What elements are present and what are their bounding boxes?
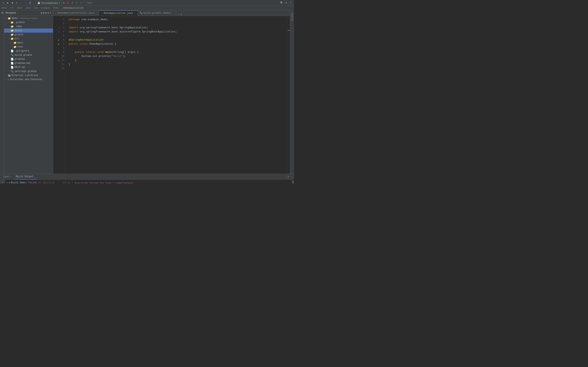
editor-area: ☕ DemoApplicationTests.java ✕ ☕ DemoAppl… [53,10,290,174]
breadcrumb-item-class[interactable]: ☕DemoApplication [62,7,84,9]
extlibs-icon: 📚 [8,74,11,77]
panel-gear-icon[interactable]: ⚙ [48,11,49,15]
tab-close-gradle[interactable]: ✕ [173,12,174,14]
build-tab-sync[interactable]: Sync ✕ [2,174,13,179]
build-output-scrollbar[interactable] [292,180,294,184]
tree-item-gradle-dir[interactable]: › 📁 gradle [4,33,53,37]
build-settings-icon[interactable]: ⚙ [287,175,290,178]
profile-icon[interactable]: 👤 [29,1,32,4]
code-line-10: System.out.println("Hello"); [69,54,284,58]
bookmark-icon-11[interactable]: ◈ [58,59,60,62]
folder-icon-test: 📁 [13,45,17,49]
tab-gradle[interactable]: 🔧 build.gradle (demo) ✕ [138,10,176,16]
run-icon-6[interactable]: ▶ [58,39,60,41]
search-icon[interactable]: 🔍 [280,1,283,4]
tree-item-helpmd[interactable]: › 📄 HELP.md [4,65,53,69]
run-config-button[interactable]: ☕ DemoApplication ▾ [36,1,62,5]
nav-back-icon[interactable]: ◧ [6,1,9,4]
build-demo-label: Build demo: [11,181,27,184]
tree-arrow-dotidea: › [8,25,11,27]
gradle-tab[interactable]: Gradle [291,11,294,22]
tab-main[interactable]: ☕ DemoApplication.java ✕ [99,10,138,16]
tree-item-test[interactable]: › 📁 test [4,45,53,49]
tree-label-scratches: Scratches and Consoles [10,78,42,81]
help-icon[interactable]: ? [289,1,292,4]
tree-arrow-src: ▾ [8,38,11,40]
coverage-button[interactable]: ☑ [71,1,74,4]
stop-button[interactable]: ◼ [80,1,83,4]
tree-arrow-main: › [11,42,13,44]
code-content[interactable]: package com.example.demo; import org.spr… [65,16,287,174]
tree-item-buildgradle[interactable]: › 🔧 build.gradle [4,53,53,57]
breadcrumb-item-main[interactable]: main [17,7,22,9]
tree-item-dotidea[interactable]: › 📁 .idea [4,25,53,29]
gutter-line-5: 5 [53,34,65,38]
tab-icon-tests: ☕ [55,12,56,14]
tab-icon-gradle: 🔧 [140,12,142,14]
build-rerun-icon[interactable]: ↺ [1,180,4,184]
breadcrumb-sep-2: › [15,7,16,9]
output-error-task: Execution failed for task ':compileJava'… [75,182,135,184]
tab-label-tests: DemoApplicationTests.java [58,12,94,15]
breadcrumb-sep-7: › [60,7,61,9]
tree-item-scratches[interactable]: › ✏️ Scratches and Consoles [4,77,53,82]
tree-item-extlibs[interactable]: › 📚 External Libraries [4,73,53,77]
tree-item-demo[interactable]: ▾ 📁 demo ~/Desktop/demo [4,16,53,20]
tab-tests[interactable]: ☕ DemoApplicationTests.java ✕ [53,10,99,16]
build-tab-output-close[interactable]: ✕ [34,175,35,178]
panel-header-icons: ◎ ⊟ ⇅ ⚙ ✕ [41,11,51,15]
tree-item-main[interactable]: › 📁 main [4,41,53,45]
tree-arrow-gradle-dir: › [8,34,11,36]
nav-forward-icon[interactable]: ◨ [11,1,14,4]
tab-close-main[interactable]: ✕ [134,12,135,15]
back-icon[interactable]: ← [20,1,23,4]
debug-button[interactable]: 🐞 [66,1,69,4]
run-icon-7[interactable]: ▶ [58,43,60,45]
tree-item-dotgradle[interactable]: › 📁 .gradle [4,20,53,25]
tree-item-gitignore[interactable]: › 📄 .gitignore [4,49,53,53]
structure-tab-icon[interactable]: 🏗 [0,11,4,15]
panel-close-icon[interactable]: ✕ [50,11,51,15]
panel-collapse-icon[interactable]: ⊟ [43,11,44,15]
tree-item-build[interactable]: › 📁 build [4,29,53,33]
project-tree: ▾ 📁 demo ~/Desktop/demo › 📁 .gradle › 📁 … [4,16,53,174]
more-run-icon[interactable]: ▾ [75,1,78,4]
breadcrumb-item-src[interactable]: src [10,7,14,9]
run-config-name: DemoApplication [41,2,58,4]
breadcrumb-item-demo[interactable]: demo [2,7,7,9]
breadcrumb-item-example[interactable]: example [41,7,50,9]
tree-item-gradlewbat[interactable]: › 📄 gradlew.bat [4,61,53,65]
breadcrumb-item-java[interactable]: java [25,7,31,9]
breadcrumb-item-com[interactable]: com [34,7,38,9]
code-line-2 [69,22,284,26]
forward-icon[interactable]: → [24,1,27,4]
menu-icon[interactable]: ≡ [2,1,5,4]
breadcrumb-sep-5: › [39,7,40,9]
settings-icon[interactable]: ⚙ [285,1,288,4]
build-tree-item-demo[interactable]: ▾ ● Build demo: failed At 2021/8/10 575 … [5,180,72,184]
tab-close-tests[interactable]: ✕ [95,12,97,14]
breadcrumb-item-demo2[interactable]: demo [53,7,59,9]
right-scrollbar[interactable] [287,16,290,174]
tree-arrow-dotgradle: › [8,21,11,24]
panel-locate-icon[interactable]: ◎ [41,11,42,15]
refresh-icon[interactable]: ↺ [15,1,18,4]
tree-item-src[interactable]: ▾ 📁 src [4,37,53,41]
tree-item-settingsgradle[interactable]: › 🔧 settings.gradle [4,69,53,73]
fold-icon-3[interactable]: ⊟ [58,27,60,29]
code-line-3: import org.springframework.boot.SpringAp… [69,26,284,30]
build-tab-output[interactable]: Build Output ✕ [14,174,37,179]
build-panel: Sync ✕ Build Output ✕ ⚙ ─ ↺ ◼ 📌 🔍 ▾ ● Bu… [0,174,294,184]
tree-item-gradlew[interactable]: › 📄 gradlew [4,57,53,61]
panel-sort-icon[interactable]: ⇅ [45,11,47,15]
run-config-java-icon: ☕ [38,1,40,4]
favorites-tab-icon[interactable]: ☆ [0,16,4,19]
build-tab-sync-close[interactable]: ✕ [10,175,11,178]
folder-icon-dotidea: 📁 [11,25,14,28]
fold-icon-4[interactable]: ⊟ [58,31,60,33]
build-minimize-icon[interactable]: ─ [290,175,292,178]
tree-label-main: main [17,42,23,44]
build-tree-arrow-demo: ▾ [7,182,8,184]
run-button[interactable]: ▶ [63,1,65,4]
run-icon-9[interactable]: ▶ [58,51,60,53]
